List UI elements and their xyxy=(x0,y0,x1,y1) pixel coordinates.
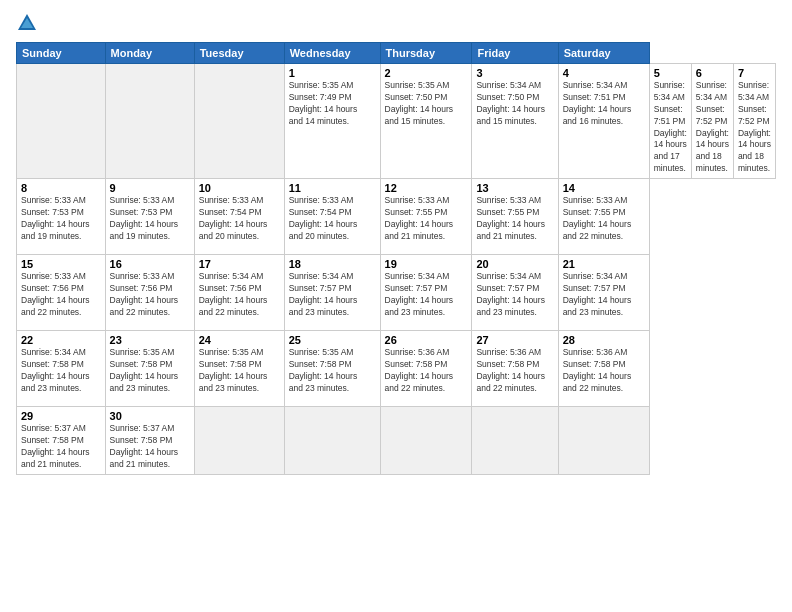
day-cell-14: 14 Sunrise: 5:33 AM Sunset: 7:55 PM Dayl… xyxy=(558,179,649,255)
empty-cell xyxy=(17,64,106,179)
day-cell-3: 3 Sunrise: 5:34 AM Sunset: 7:50 PM Dayli… xyxy=(472,64,558,179)
day-number: 26 xyxy=(385,334,468,346)
day-cell-18: 18 Sunrise: 5:34 AM Sunset: 7:57 PM Dayl… xyxy=(284,255,380,331)
col-header-sunday: Sunday xyxy=(17,43,106,64)
day-number: 2 xyxy=(385,67,468,79)
day-number: 18 xyxy=(289,258,376,270)
day-info: Sunrise: 5:33 AM Sunset: 7:54 PM Dayligh… xyxy=(199,195,280,243)
empty-cell xyxy=(194,64,284,179)
day-number: 1 xyxy=(289,67,376,79)
col-header-tuesday: Tuesday xyxy=(194,43,284,64)
day-info: Sunrise: 5:35 AM Sunset: 7:58 PM Dayligh… xyxy=(289,347,376,395)
day-cell-22: 22 Sunrise: 5:34 AM Sunset: 7:58 PM Dayl… xyxy=(17,331,106,407)
day-cell-19: 19 Sunrise: 5:34 AM Sunset: 7:57 PM Dayl… xyxy=(380,255,472,331)
day-info: Sunrise: 5:36 AM Sunset: 7:58 PM Dayligh… xyxy=(385,347,468,395)
day-info: Sunrise: 5:34 AM Sunset: 7:51 PM Dayligh… xyxy=(654,80,687,175)
day-number: 19 xyxy=(385,258,468,270)
day-number: 17 xyxy=(199,258,280,270)
day-number: 8 xyxy=(21,182,101,194)
logo-icon xyxy=(16,12,38,34)
day-info: Sunrise: 5:35 AM Sunset: 7:58 PM Dayligh… xyxy=(110,347,190,395)
day-number: 20 xyxy=(476,258,553,270)
day-info: Sunrise: 5:37 AM Sunset: 7:58 PM Dayligh… xyxy=(21,423,101,471)
day-info: Sunrise: 5:35 AM Sunset: 7:49 PM Dayligh… xyxy=(289,80,376,128)
day-number: 9 xyxy=(110,182,190,194)
day-number: 30 xyxy=(110,410,190,422)
calendar-table: SundayMondayTuesdayWednesdayThursdayFrid… xyxy=(16,42,776,475)
empty-cell xyxy=(380,407,472,475)
day-number: 7 xyxy=(738,67,771,79)
day-info: Sunrise: 5:34 AM Sunset: 7:57 PM Dayligh… xyxy=(563,271,645,319)
day-number: 12 xyxy=(385,182,468,194)
day-info: Sunrise: 5:35 AM Sunset: 7:58 PM Dayligh… xyxy=(199,347,280,395)
day-number: 24 xyxy=(199,334,280,346)
day-cell-13: 13 Sunrise: 5:33 AM Sunset: 7:55 PM Dayl… xyxy=(472,179,558,255)
day-info: Sunrise: 5:36 AM Sunset: 7:58 PM Dayligh… xyxy=(476,347,553,395)
day-cell-16: 16 Sunrise: 5:33 AM Sunset: 7:56 PM Dayl… xyxy=(105,255,194,331)
day-number: 10 xyxy=(199,182,280,194)
day-cell-5: 5 Sunrise: 5:34 AM Sunset: 7:51 PM Dayli… xyxy=(649,64,691,179)
day-cell-11: 11 Sunrise: 5:33 AM Sunset: 7:54 PM Dayl… xyxy=(284,179,380,255)
day-cell-21: 21 Sunrise: 5:34 AM Sunset: 7:57 PM Dayl… xyxy=(558,255,649,331)
day-info: Sunrise: 5:36 AM Sunset: 7:58 PM Dayligh… xyxy=(563,347,645,395)
day-info: Sunrise: 5:34 AM Sunset: 7:52 PM Dayligh… xyxy=(696,80,729,175)
day-cell-10: 10 Sunrise: 5:33 AM Sunset: 7:54 PM Dayl… xyxy=(194,179,284,255)
day-number: 4 xyxy=(563,67,645,79)
day-info: Sunrise: 5:37 AM Sunset: 7:58 PM Dayligh… xyxy=(110,423,190,471)
day-number: 11 xyxy=(289,182,376,194)
day-number: 16 xyxy=(110,258,190,270)
empty-cell xyxy=(284,407,380,475)
day-number: 25 xyxy=(289,334,376,346)
day-number: 27 xyxy=(476,334,553,346)
page: SundayMondayTuesdayWednesdayThursdayFrid… xyxy=(0,0,792,612)
day-info: Sunrise: 5:34 AM Sunset: 7:58 PM Dayligh… xyxy=(21,347,101,395)
day-info: Sunrise: 5:34 AM Sunset: 7:57 PM Dayligh… xyxy=(476,271,553,319)
day-cell-29: 29 Sunrise: 5:37 AM Sunset: 7:58 PM Dayl… xyxy=(17,407,106,475)
day-number: 6 xyxy=(696,67,729,79)
day-cell-8: 8 Sunrise: 5:33 AM Sunset: 7:53 PM Dayli… xyxy=(17,179,106,255)
day-info: Sunrise: 5:34 AM Sunset: 7:51 PM Dayligh… xyxy=(563,80,645,128)
col-header-monday: Monday xyxy=(105,43,194,64)
col-header-wednesday: Wednesday xyxy=(284,43,380,64)
day-info: Sunrise: 5:33 AM Sunset: 7:56 PM Dayligh… xyxy=(110,271,190,319)
day-info: Sunrise: 5:33 AM Sunset: 7:53 PM Dayligh… xyxy=(21,195,101,243)
day-info: Sunrise: 5:34 AM Sunset: 7:52 PM Dayligh… xyxy=(738,80,771,175)
day-number: 22 xyxy=(21,334,101,346)
day-number: 23 xyxy=(110,334,190,346)
day-info: Sunrise: 5:33 AM Sunset: 7:53 PM Dayligh… xyxy=(110,195,190,243)
col-header-friday: Friday xyxy=(472,43,558,64)
day-cell-2: 2 Sunrise: 5:35 AM Sunset: 7:50 PM Dayli… xyxy=(380,64,472,179)
day-cell-20: 20 Sunrise: 5:34 AM Sunset: 7:57 PM Dayl… xyxy=(472,255,558,331)
day-info: Sunrise: 5:33 AM Sunset: 7:54 PM Dayligh… xyxy=(289,195,376,243)
day-info: Sunrise: 5:33 AM Sunset: 7:56 PM Dayligh… xyxy=(21,271,101,319)
day-cell-6: 6 Sunrise: 5:34 AM Sunset: 7:52 PM Dayli… xyxy=(691,64,733,179)
empty-cell xyxy=(105,64,194,179)
day-cell-25: 25 Sunrise: 5:35 AM Sunset: 7:58 PM Dayl… xyxy=(284,331,380,407)
day-cell-17: 17 Sunrise: 5:34 AM Sunset: 7:56 PM Dayl… xyxy=(194,255,284,331)
day-number: 29 xyxy=(21,410,101,422)
day-cell-30: 30 Sunrise: 5:37 AM Sunset: 7:58 PM Dayl… xyxy=(105,407,194,475)
day-info: Sunrise: 5:34 AM Sunset: 7:56 PM Dayligh… xyxy=(199,271,280,319)
day-number: 28 xyxy=(563,334,645,346)
day-info: Sunrise: 5:35 AM Sunset: 7:50 PM Dayligh… xyxy=(385,80,468,128)
empty-cell xyxy=(558,407,649,475)
day-info: Sunrise: 5:34 AM Sunset: 7:50 PM Dayligh… xyxy=(476,80,553,128)
col-header-saturday: Saturday xyxy=(558,43,649,64)
day-info: Sunrise: 5:33 AM Sunset: 7:55 PM Dayligh… xyxy=(563,195,645,243)
day-number: 3 xyxy=(476,67,553,79)
day-info: Sunrise: 5:34 AM Sunset: 7:57 PM Dayligh… xyxy=(289,271,376,319)
day-cell-23: 23 Sunrise: 5:35 AM Sunset: 7:58 PM Dayl… xyxy=(105,331,194,407)
logo xyxy=(16,12,42,34)
day-number: 14 xyxy=(563,182,645,194)
empty-cell xyxy=(472,407,558,475)
day-cell-12: 12 Sunrise: 5:33 AM Sunset: 7:55 PM Dayl… xyxy=(380,179,472,255)
day-info: Sunrise: 5:33 AM Sunset: 7:55 PM Dayligh… xyxy=(385,195,468,243)
day-number: 5 xyxy=(654,67,687,79)
day-cell-26: 26 Sunrise: 5:36 AM Sunset: 7:58 PM Dayl… xyxy=(380,331,472,407)
day-cell-28: 28 Sunrise: 5:36 AM Sunset: 7:58 PM Dayl… xyxy=(558,331,649,407)
day-cell-7: 7 Sunrise: 5:34 AM Sunset: 7:52 PM Dayli… xyxy=(733,64,775,179)
day-info: Sunrise: 5:34 AM Sunset: 7:57 PM Dayligh… xyxy=(385,271,468,319)
day-cell-15: 15 Sunrise: 5:33 AM Sunset: 7:56 PM Dayl… xyxy=(17,255,106,331)
empty-cell xyxy=(194,407,284,475)
day-cell-1: 1 Sunrise: 5:35 AM Sunset: 7:49 PM Dayli… xyxy=(284,64,380,179)
